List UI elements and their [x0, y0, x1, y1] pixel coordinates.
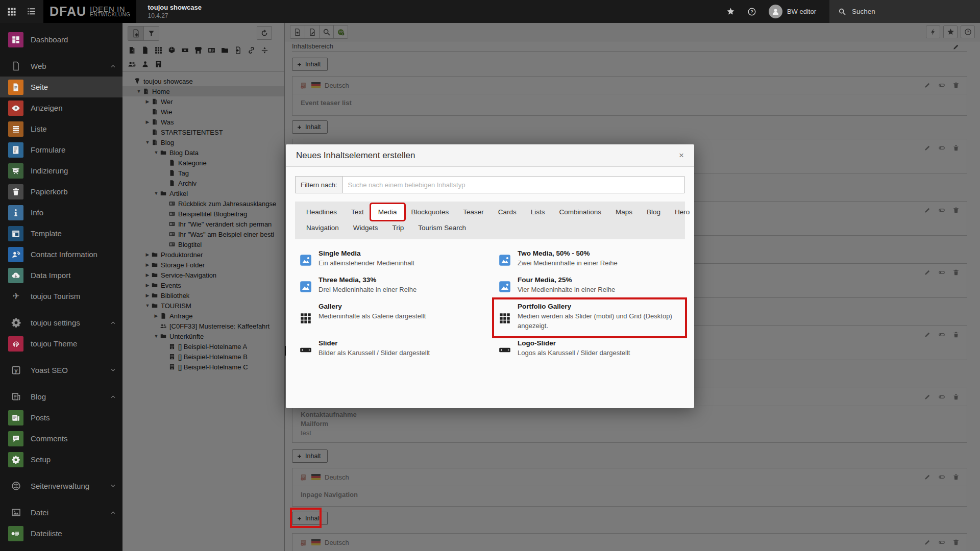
filter-label: Filtern nach: [295, 176, 342, 193]
media-blue-icon [299, 277, 312, 296]
chevron-down-icon [110, 483, 116, 489]
sidebar-item-label: toujou settings [31, 318, 103, 327]
filter-input[interactable] [342, 176, 685, 193]
svg-text:✈: ✈ [12, 291, 19, 301]
rows-icon [8, 121, 23, 137]
tab-cards[interactable]: Cards [491, 204, 524, 220]
content-type-desc: Bilder als Karussell / Slider dargestell… [318, 348, 430, 358]
tab-hero[interactable]: Hero [668, 204, 694, 220]
sidebar-item-papierkorb[interactable]: Papierkorb [0, 181, 122, 202]
sidebar-item-label: Liste [31, 124, 116, 133]
form-icon [8, 142, 23, 158]
content-type-desc: Logos als Karussell / Slider dargestellt [518, 348, 630, 358]
content-type-single-media[interactable]: Single MediaEin alleinstehender Medienin… [295, 246, 486, 273]
tab-maps[interactable]: Maps [608, 204, 640, 220]
content-type-three-media-33-[interactable]: Three Media, 33%Drei Medieninhalte in ei… [295, 273, 486, 299]
tab-lists[interactable]: Lists [524, 204, 552, 220]
bookmark-star-icon[interactable] [726, 7, 735, 16]
tab-trip[interactable]: Trip [385, 220, 411, 236]
sidebar-item-label: Setup [31, 455, 116, 464]
content-type-tabs: HeadlinesTextMediaBlockquotesTeaserCards… [295, 202, 685, 239]
sidebar-item-label: Dateiliste [31, 529, 116, 538]
search-icon [838, 8, 846, 16]
tab-media[interactable]: Media [371, 204, 404, 220]
sidebar-item-anzeigen[interactable]: Anzeigen [0, 97, 122, 118]
chevron-up-icon [110, 63, 116, 69]
tab-navigation[interactable]: Navigation [299, 220, 346, 236]
content-type-desc: Medien werden als Slider (mobil) und Gri… [518, 312, 681, 331]
media-blue-icon [498, 251, 511, 270]
tab-teaser[interactable]: Teaser [456, 204, 491, 220]
sidebar-item-blog[interactable]: Blog [0, 386, 122, 407]
sidebar-item-dashboard[interactable]: Dashboard [0, 29, 122, 50]
sidebar-item-seitenverwaltung[interactable]: Seitenverwaltung [0, 475, 122, 496]
sidebar-item-posts[interactable]: Posts [0, 407, 122, 428]
brand-logo[interactable]: DFAU IDEEN IN ENTWICKLUNG [43, 0, 136, 23]
news-outline-icon [8, 389, 23, 405]
global-search[interactable]: Suchen [829, 0, 980, 23]
tab-blockquotes[interactable]: Blockquotes [404, 204, 456, 220]
sidebar-item-label: Posts [31, 413, 116, 422]
new-content-element-modal: Neues Inhaltselement erstellen × Filtern… [286, 144, 694, 408]
sidebar-item-contact-information[interactable]: Contact Information [0, 244, 122, 265]
chevron-down-icon [110, 367, 116, 373]
user-avatar[interactable] [769, 5, 782, 18]
sidebar-item-datei[interactable]: Datei [0, 502, 122, 523]
content-type-two-media-50-50-[interactable]: Two Media, 50% - 50%Zwei Medieninhalte i… [494, 246, 685, 273]
sidebar-item-liste[interactable]: Liste [0, 118, 122, 139]
content-type-title: Single Media [318, 249, 414, 257]
sidebar-item-comments[interactable]: Comments [0, 428, 122, 449]
sidebar-item-toujou-settings[interactable]: toujou settings [0, 312, 122, 333]
content-type-logo-slider[interactable]: Logo-SliderLogos als Karussell / Slider … [494, 336, 685, 363]
grid-black-icon [299, 304, 312, 333]
content-type-slider[interactable]: SliderBilder als Karussell / Slider darg… [295, 336, 486, 363]
sidebar-item-info[interactable]: Info [0, 202, 122, 223]
sidebar-item-label: Anzeigen [31, 104, 116, 112]
sidebar-item-toujou-tourism[interactable]: ✈toujou Tourism [0, 286, 122, 307]
tab-widgets[interactable]: Widgets [346, 220, 385, 236]
sidebar-item-template[interactable]: Template [0, 223, 122, 244]
content-type-portfolio-gallery[interactable]: Portfolio GalleryMedien werden als Slide… [494, 299, 685, 336]
top-bar: DFAU IDEEN IN ENTWICKLUNG toujou showcas… [0, 0, 980, 23]
tab-text[interactable]: Text [344, 204, 371, 220]
sidebar-item-yoast-seo[interactable]: yYoast SEO [0, 360, 122, 381]
content-type-desc: Ein alleinstehender Medieninhalt [318, 259, 414, 268]
sidebar-item-label: Formulare [31, 145, 116, 154]
sidebar-item-formulare[interactable]: Formulare [0, 139, 122, 160]
slider-black-icon [498, 340, 511, 360]
site-title: toujou showcase [148, 4, 201, 11]
content-type-title: Three Media, 33% [318, 276, 416, 284]
user-name[interactable]: BW editor [787, 8, 816, 15]
cloud-down-icon [8, 268, 23, 283]
sidebar-item-label: Data Import [31, 271, 116, 280]
sidebar-item-toujou-theme[interactable]: toujou Theme [0, 333, 122, 354]
sidebar-item-indizierung[interactable]: Indizierung [0, 160, 122, 181]
tab-combinations[interactable]: Combinations [552, 204, 608, 220]
content-type-desc: Drei Medieninhalte in einer Reihe [318, 285, 416, 295]
trash-icon [8, 184, 23, 199]
sidebar-item-web[interactable]: Web [0, 56, 122, 77]
sidebar-item-label: Dashboard [31, 35, 116, 44]
sidebar-item-setup[interactable]: Setup [0, 449, 122, 470]
content-type-desc: Zwei Medieninhalte in einer Reihe [518, 259, 618, 268]
close-icon[interactable]: × [679, 151, 684, 161]
sidebar-item-seite[interactable]: Seite [0, 77, 122, 97]
svg-text:y: y [14, 367, 18, 373]
tab-blog[interactable]: Blog [640, 204, 668, 220]
menu-tree-icon[interactable] [26, 7, 36, 17]
help-icon[interactable]: ? [747, 7, 756, 16]
brand-tagline-2: ENTWICKLUNG [90, 12, 130, 17]
module-menu-icon[interactable] [7, 7, 17, 17]
sidebar-item-label: Web [31, 62, 103, 70]
sidebar-item-data-import[interactable]: Data Import [0, 265, 122, 286]
content-type-title: Slider [318, 339, 430, 347]
media-blue-icon [498, 277, 511, 296]
sidebar-item-label: Indizierung [31, 166, 116, 175]
content-type-gallery[interactable]: GalleryMedieninhalte als Galerie dargest… [295, 299, 486, 336]
chevron-up-icon [110, 393, 116, 400]
content-type-four-media-25-[interactable]: Four Media, 25%Vier Medieninhalte in ein… [494, 273, 685, 299]
doc-outline-icon [8, 59, 23, 74]
sidebar-item-dateiliste[interactable]: Dateiliste [0, 523, 122, 544]
tab-headlines[interactable]: Headlines [299, 204, 344, 220]
tab-tourism-search[interactable]: Tourism Search [411, 220, 473, 236]
